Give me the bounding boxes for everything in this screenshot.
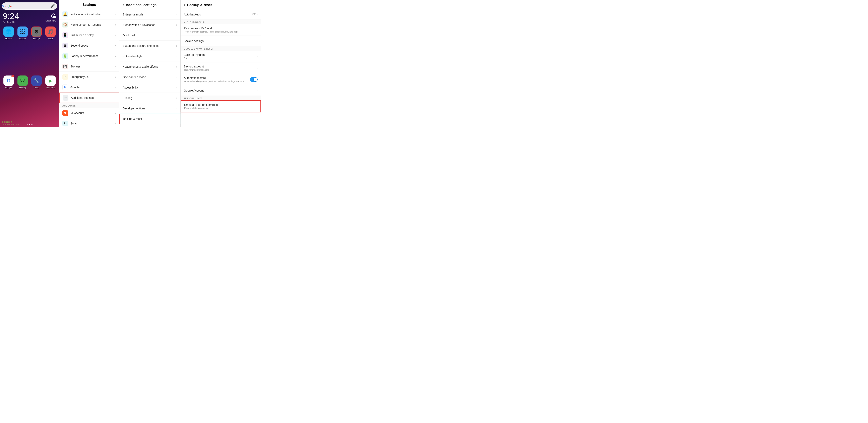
home-icon: 🏠 <box>62 22 68 28</box>
additional-item-one-handed[interactable]: One-handed mode › <box>119 72 180 82</box>
time-weather-block: 9:24 Fri, June 28 🌤 Clear 33°C <box>2 12 57 24</box>
backup-back-arrow-icon[interactable]: ‹ <box>184 3 185 7</box>
chevron-icon: › <box>115 112 116 115</box>
chevron-icon: › <box>176 65 177 68</box>
auto-backups-content: Auto backups <box>184 13 252 16</box>
printing-label: Printing <box>123 96 176 99</box>
backup-item-google-account[interactable]: Google Account › <box>181 85 261 96</box>
additional-item-mi-mover[interactable]: Mi Mover › <box>119 124 180 127</box>
back-arrow-icon[interactable]: ‹ <box>123 3 124 7</box>
emergency-icon: ⚠ <box>62 74 68 80</box>
chevron-icon: › <box>257 55 258 58</box>
storage-icon: 💾 <box>62 64 68 69</box>
backup-item-backup-my-data[interactable]: Back up my data On › <box>181 51 261 62</box>
battery-label: Battery & performance <box>70 54 115 58</box>
google-account-content: Google Account <box>184 89 257 92</box>
fullscreen-label: Full screen display <box>70 33 115 37</box>
notifications-icon: 🔔 <box>62 11 68 17</box>
developer-label: Developer options <box>123 107 176 110</box>
auto-backups-value: Off <box>252 13 255 16</box>
chevron-icon: › <box>257 13 258 16</box>
chevron-icon: › <box>115 75 116 79</box>
settings-item-mi-account[interactable]: Mi Mi Account › <box>59 108 119 118</box>
notification-badge: 1 <box>11 75 14 77</box>
additional-item-quickball[interactable]: Quick ball › <box>119 30 180 40</box>
chevron-icon: › <box>176 86 177 89</box>
playstore-icon: ▶ <box>45 75 56 86</box>
settings-item-storage[interactable]: 💾 Storage › <box>59 61 119 72</box>
tools-icon: 🔧 <box>31 75 42 86</box>
settings-item-additional[interactable]: ··· Additional settings › <box>59 93 119 103</box>
app-browser[interactable]: 🌐 Browser <box>2 27 15 74</box>
additional-header: ‹ Additional settings <box>119 0 180 9</box>
app-tools[interactable]: 🔧 Tools <box>30 75 43 123</box>
settings-item-home[interactable]: 🏠 Home screen & Recents › <box>59 20 119 30</box>
clock: 9:24 <box>3 12 19 21</box>
additional-item-enterprise[interactable]: Enterprise mode › <box>119 9 180 20</box>
chevron-icon: › <box>115 96 116 99</box>
backup-my-data-title: Back up my data <box>184 53 257 56</box>
additional-item-notification-light[interactable]: Notification light › <box>119 51 180 61</box>
app-music[interactable]: 🎵 Music <box>44 27 57 74</box>
settings-item-fullscreen[interactable]: 📱 Full screen display › <box>59 30 119 40</box>
mic-icon[interactable]: 🎤 <box>50 4 55 8</box>
chevron-icon: › <box>176 117 177 120</box>
backup-reset-panel: ‹ Backup & reset Auto backups Off › MI C… <box>181 0 261 127</box>
gallery-icon: 🖼 <box>18 27 28 37</box>
chevron-icon: › <box>257 39 258 42</box>
date: Fri, June 28 <box>3 21 19 23</box>
additional-item-printing[interactable]: Printing › <box>119 93 180 103</box>
mi-account-icon: Mi <box>62 110 68 116</box>
notification-light-label: Notification light <box>123 55 176 58</box>
home-screen: Google 🎤 9:24 Fri, June 28 🌤 Clear 33°C … <box>0 0 59 127</box>
home-label: Home screen & Recents <box>70 23 115 26</box>
backup-my-data-sub: On <box>184 57 257 60</box>
additional-list: Enterprise mode › Authorization & revoca… <box>119 9 180 127</box>
auto-backups-right: Off › <box>252 13 258 16</box>
settings-panel: Settings 🔔 Notifications & status bar › … <box>59 0 119 127</box>
additional-item-backup[interactable]: Backup & reset › <box>119 114 180 124</box>
backup-item-restore-mi-cloud[interactable]: Restore from Mi Cloud Restore system set… <box>181 24 261 36</box>
additional-label: Additional settings <box>71 96 115 99</box>
backup-item-auto-restore[interactable]: Automatic restore When reinstalling an a… <box>181 74 261 85</box>
app-playstore[interactable]: ▶ Play Store <box>44 75 57 123</box>
additional-item-developer[interactable]: Developer options › <box>119 103 180 114</box>
backup-item-backup-settings[interactable]: Backup settings › <box>181 36 261 46</box>
additional-item-accessibility[interactable]: Accessibility › <box>119 82 180 93</box>
backup-item-auto-backups[interactable]: Auto backups Off › <box>181 9 261 20</box>
backup-item-factory-reset[interactable]: Erase all data (factory reset) Erases al… <box>181 100 261 113</box>
backup-account-sub: bash7ahmed@gmail.com <box>184 68 257 71</box>
app-google[interactable]: G 1 Google <box>2 75 15 123</box>
settings-item-emergency[interactable]: ⚠ Emergency SOS › <box>59 72 119 82</box>
additional-item-headphones[interactable]: Headphones & audio effects › <box>119 61 180 72</box>
chevron-icon: › <box>257 28 258 32</box>
settings-item-battery[interactable]: 🔋 Battery & performance › <box>59 51 119 61</box>
settings-item-secondspace[interactable]: ⊞ Second space › <box>59 40 119 51</box>
chevron-icon: › <box>176 13 177 16</box>
additional-settings-panel: ‹ Additional settings Enterprise mode › … <box>119 0 181 127</box>
app-label-browser: Browser <box>5 37 12 40</box>
headphones-label: Headphones & audio effects <box>123 65 176 68</box>
additional-item-button-gesture[interactable]: Button and gesture shortcuts › <box>119 40 180 51</box>
factory-reset-sub: Erases all data on phone <box>184 107 256 110</box>
app-gallery[interactable]: 🖼 Gallery <box>16 27 29 74</box>
settings-item-notifications[interactable]: 🔔 Notifications & status bar › <box>59 9 119 20</box>
weather-icon: 🌤 <box>51 13 56 20</box>
google-logo: Google <box>4 4 9 8</box>
additional-title: Additional settings <box>126 3 177 7</box>
backup-account-title: Backup account <box>184 65 257 68</box>
auto-restore-toggle[interactable] <box>250 77 258 82</box>
chevron-icon: › <box>176 34 177 37</box>
restore-mi-cloud-title: Restore from Mi Cloud <box>184 27 257 30</box>
backup-item-backup-account[interactable]: Backup account bash7ahmed@gmail.com › <box>181 62 261 74</box>
app-security[interactable]: 🛡 Security <box>16 75 29 123</box>
factory-reset-title: Erase all data (factory reset) <box>184 103 256 107</box>
search-bar[interactable]: Google 🎤 <box>2 2 57 10</box>
app-settings[interactable]: ⚙ Settings <box>30 27 43 74</box>
additional-item-authorization[interactable]: Authorization & revocation › <box>119 20 180 30</box>
google-backup-section-label: GOOGLE BACKUP & RESET <box>181 46 261 51</box>
authorization-label: Authorization & revocation <box>123 23 176 27</box>
toggle-knob <box>254 78 257 81</box>
settings-item-google[interactable]: G Google › <box>59 82 119 93</box>
settings-item-sync[interactable]: ↻ Sync › <box>59 118 119 127</box>
